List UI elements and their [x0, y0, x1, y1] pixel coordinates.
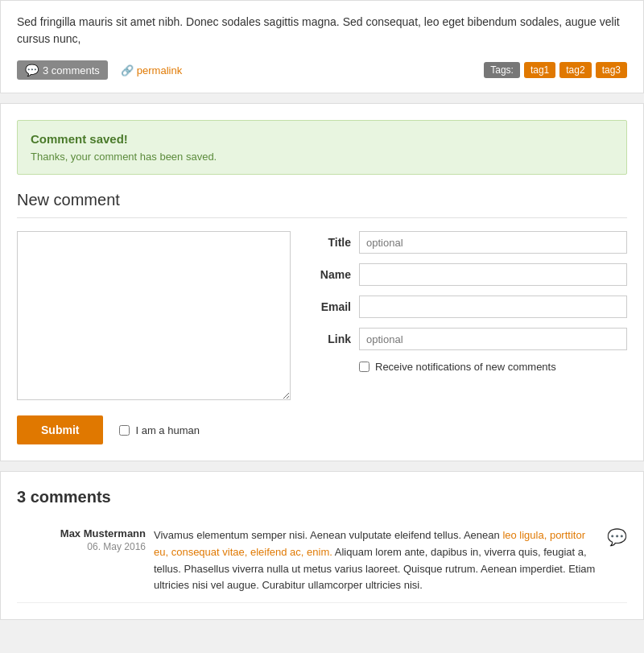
- human-label: I am a human: [135, 424, 200, 436]
- article-section: Sed fringilla mauris sit amet nibh. Done…: [0, 0, 644, 93]
- tag-2[interactable]: tag2: [559, 62, 591, 78]
- comment-author-name: Max Mustermann: [17, 527, 146, 539]
- tag-1[interactable]: tag1: [524, 62, 555, 78]
- tags-label: Tags:: [484, 62, 520, 78]
- article-text: Sed fringilla mauris sit amet nibh. Done…: [17, 14, 627, 48]
- link-label: Link: [307, 333, 351, 345]
- comments-button[interactable]: 💬 3 comments: [17, 60, 108, 80]
- success-box: Comment saved! Thanks, your comment has …: [17, 120, 627, 175]
- comment-author-col: Max Mustermann 06. May 2016: [17, 527, 146, 594]
- notifications-checkbox[interactable]: [359, 362, 369, 372]
- comments-count-heading: 3 comments: [17, 488, 627, 506]
- reply-icon[interactable]: 💬: [607, 527, 627, 594]
- fields-column: Title Name Email Link Receive not: [307, 231, 627, 374]
- name-input[interactable]: [359, 263, 627, 286]
- article-meta: 💬 3 comments 🔗 permalink Tags: tag1 tag2…: [17, 60, 627, 80]
- comment-date: 06. May 2016: [17, 541, 146, 552]
- permalink-label: permalink: [137, 64, 182, 76]
- submit-button[interactable]: Submit: [17, 415, 103, 444]
- comments-count-label: 3 comments: [43, 64, 100, 76]
- permalink-link[interactable]: 🔗 permalink: [121, 64, 182, 76]
- link-field-row: Link: [307, 328, 627, 350]
- tags-section: Tags: tag1 tag2 tag3: [484, 62, 627, 78]
- comment-text: Vivamus elementum semper nisi. Aenean vu…: [154, 527, 599, 594]
- name-label: Name: [307, 268, 351, 281]
- comment-form: Title Name Email Link Receive not: [17, 231, 627, 403]
- textarea-column: [17, 231, 291, 403]
- title-input[interactable]: [359, 231, 627, 254]
- form-bottom: Submit I am a human: [17, 415, 627, 444]
- name-field-row: Name: [307, 263, 627, 286]
- tag-3[interactable]: tag3: [596, 62, 627, 78]
- email-field-row: Email: [307, 296, 627, 318]
- comment-text-start: Vivamus elementum semper nisi. Aenean vu…: [154, 529, 502, 541]
- email-label: Email: [307, 300, 351, 313]
- human-checkbox[interactable]: [119, 425, 130, 436]
- notifications-row: Receive notifications of new comments: [307, 360, 627, 374]
- notifications-label: Receive notifications of new comments: [375, 360, 556, 374]
- comments-list-section: 3 comments Max Mustermann 06. May 2016 V…: [0, 471, 644, 620]
- email-input[interactable]: [359, 296, 627, 318]
- comment-section: Comment saved! Thanks, your comment has …: [0, 103, 644, 461]
- new-comment-heading: New comment: [17, 191, 627, 218]
- link-icon: 🔗: [121, 64, 134, 76]
- bubble-icon: 💬: [25, 64, 39, 76]
- success-title: Comment saved!: [31, 132, 613, 146]
- comment-text-col: Vivamus elementum semper nisi. Aenean vu…: [154, 527, 599, 594]
- link-input[interactable]: [359, 328, 627, 350]
- title-field-row: Title: [307, 231, 627, 254]
- comment-item: Max Mustermann 06. May 2016 Vivamus elem…: [17, 519, 627, 603]
- comment-textarea[interactable]: [17, 231, 291, 400]
- title-label: Title: [307, 236, 351, 249]
- human-check: I am a human: [119, 424, 200, 436]
- success-message: Thanks, your comment has been saved.: [31, 151, 613, 163]
